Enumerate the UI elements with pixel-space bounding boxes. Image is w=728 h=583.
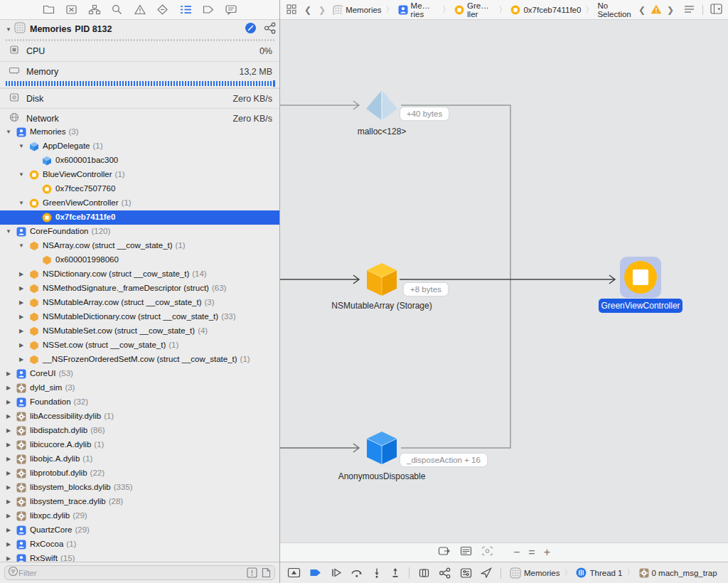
disclosure-triangle[interactable]: ▶ xyxy=(17,285,26,292)
continue-button[interactable] xyxy=(331,567,342,578)
disclosure-triangle[interactable]: ▶ xyxy=(4,413,13,419)
tree-row-greenviewcontroller[interactable]: ▼GreenViewController(1) xyxy=(0,196,279,210)
source-control-navigator-icon[interactable] xyxy=(65,4,78,16)
disclosure-triangle[interactable]: ▶ xyxy=(4,470,13,476)
tree-row-nsarray-cow-struct-cow-state-t-[interactable]: ▼NSArray.cow (struct __cow_state_t)(1) xyxy=(0,239,279,253)
jump-bar-crumb[interactable]: Memories xyxy=(333,5,381,15)
debug-navigator-icon[interactable] xyxy=(179,4,192,16)
disclosure-triangle[interactable]: ▶ xyxy=(17,356,26,363)
jump-bar-crumb[interactable]: Me…ries xyxy=(398,1,438,18)
disclosure-triangle[interactable]: ▶ xyxy=(4,513,13,519)
add-editor-icon[interactable] xyxy=(710,4,722,16)
disclosure-triangle[interactable]: ▼ xyxy=(17,200,26,206)
disclosure-triangle[interactable]: ▶ xyxy=(4,385,13,391)
tree-row-memories[interactable]: ▼Memories(3) xyxy=(0,125,279,139)
hide-debug-area-button[interactable] xyxy=(287,567,301,579)
malloc-node[interactable] xyxy=(365,90,399,121)
zoom-in-button[interactable]: + xyxy=(544,546,550,559)
adjust-editor-options-icon[interactable] xyxy=(683,4,695,16)
filter-field[interactable] xyxy=(4,565,275,580)
tree-row-dyld-sim[interactable]: ▶dyld_sim(3) xyxy=(0,381,279,395)
nsmutablearray-node[interactable] xyxy=(365,262,398,297)
anonymousdisposable-node[interactable] xyxy=(365,430,398,466)
disclosure-triangle[interactable]: ▶ xyxy=(17,271,26,277)
tree-row-nsdictionary-cow-struct-cow-state-t-[interactable]: ▶NSDictionary.cow (struct __cow_state_t)… xyxy=(0,267,279,282)
gauge-row-memory[interactable]: Memory13,2 MB xyxy=(0,61,279,81)
gauge-row-disk[interactable]: DiskZero KB/s xyxy=(0,88,279,108)
tree-row-nsmethodsignature-framedescriptor-struct-[interactable]: ▶NSMethodSignature._frameDescriptor (str… xyxy=(0,282,279,296)
next-issue-icon[interactable]: ❯ xyxy=(667,5,674,15)
related-items-icon[interactable] xyxy=(286,4,297,16)
memory-graph-button[interactable] xyxy=(439,567,451,579)
debug-crumb[interactable]: 0 mach_msg_trap xyxy=(639,568,717,578)
show-workspace-content-button[interactable] xyxy=(261,567,272,578)
disclosure-triangle[interactable]: ▶ xyxy=(4,399,13,405)
disclosure-triangle[interactable]: ▶ xyxy=(4,442,13,448)
forward-chevron-icon[interactable]: ❯ xyxy=(318,5,326,15)
disclosure-triangle[interactable]: ▼ xyxy=(4,129,13,135)
disclosure-triangle[interactable]: ▶ xyxy=(4,541,13,547)
find-navigator-icon[interactable] xyxy=(111,4,124,16)
jump-bar-crumb[interactable]: Gre…ller xyxy=(454,1,494,18)
debug-crumb[interactable]: Memories xyxy=(510,567,560,579)
tree-row-0x7fcec7507760[interactable]: 0x7fcec7507760 xyxy=(0,182,279,196)
open-in-instruments-icon[interactable] xyxy=(438,545,451,560)
gauge-row-cpu[interactable]: CPU0% xyxy=(0,41,279,61)
previous-issue-icon[interactable]: ❮ xyxy=(638,5,646,15)
breakpoint-navigator-icon[interactable] xyxy=(202,4,215,16)
step-into-button[interactable] xyxy=(372,567,382,578)
tree-row-0x600001bac300[interactable]: 0x600001bac300 xyxy=(0,154,279,168)
disclosure-triangle[interactable]: ▶ xyxy=(4,527,13,533)
environment-overrides-button[interactable] xyxy=(460,567,472,579)
tree-row-libobjc-a-dylib[interactable]: ▶libobjc.A.dylib(1) xyxy=(0,452,279,466)
focus-selection-icon[interactable] xyxy=(481,545,493,560)
step-out-button[interactable] xyxy=(390,567,400,578)
zoom-actual-button[interactable]: = xyxy=(528,546,535,559)
tree-row-libprotobuf-dylib[interactable]: ▶libprotobuf.dylib(22) xyxy=(0,466,279,481)
disclosure-triangle[interactable]: ▶ xyxy=(4,484,13,491)
tree-row-quartzcore[interactable]: ▶QuartzCore(29) xyxy=(0,523,279,537)
disclosure-triangle[interactable]: ▼ xyxy=(6,26,14,33)
profile-in-instruments-icon[interactable] xyxy=(245,22,257,37)
project-navigator-icon[interactable] xyxy=(43,4,55,16)
tree-row-rxcocoa[interactable]: ▶RxCocoa(1) xyxy=(0,537,279,552)
debug-crumb[interactable]: Thread 1 xyxy=(576,567,622,578)
tree-row-libsystem-trace-dylib[interactable]: ▶libsystem_trace.dylib(28) xyxy=(0,495,279,509)
disclosure-triangle[interactable]: ▶ xyxy=(17,299,26,306)
disclosure-triangle[interactable]: ▶ xyxy=(4,498,13,505)
report-navigator-icon[interactable] xyxy=(225,4,237,16)
jump-bar-crumb[interactable]: 0x7fceb7411fe0 xyxy=(510,5,581,15)
disclosure-triangle[interactable]: ▶ xyxy=(4,370,13,377)
tree-row-nsmutablearray-cow-struct-cow-state-t-[interactable]: ▶NSMutableArray.cow (struct __cow_state_… xyxy=(0,296,279,310)
disclosure-triangle[interactable]: ▼ xyxy=(17,242,26,249)
warning-icon[interactable] xyxy=(651,4,662,16)
issue-navigator-icon[interactable] xyxy=(134,4,146,16)
tree-row-libxpc-dylib[interactable]: ▶libxpc.dylib(29) xyxy=(0,509,279,523)
breakpoints-toggle-button[interactable] xyxy=(309,567,322,578)
disclosure-triangle[interactable]: ▼ xyxy=(17,143,26,149)
symbol-navigator-icon[interactable] xyxy=(88,4,101,16)
disclosure-triangle[interactable]: ▶ xyxy=(4,456,13,462)
tree-row-nsset-cow-struct-cow-state-t-[interactable]: ▶NSSet.cow (struct __cow_state_t)(1) xyxy=(0,338,279,353)
tree-row-libsystem-blocks-dylib[interactable]: ▶libsystem_blocks.dylib(335) xyxy=(0,481,279,495)
tree-row-blueviewcontroller[interactable]: ▼BlueViewController(1) xyxy=(0,168,279,182)
test-navigator-icon[interactable] xyxy=(156,4,169,16)
process-header[interactable]: ▼ Memories PID 8132 xyxy=(0,20,279,38)
debug-view-hierarchy-button[interactable] xyxy=(418,567,430,579)
tree-row-rxswift[interactable]: ▶RxSwift(15) xyxy=(0,552,279,562)
tree-row-foundation[interactable]: ▶Foundation(32) xyxy=(0,395,279,410)
tree-row-nsmutableset-cow-struct-cow-state-t-[interactable]: ▶NSMutableSet.cow (struct __cow_state_t)… xyxy=(0,324,279,338)
disclosure-triangle[interactable]: ▶ xyxy=(17,314,26,320)
tree-row-coreui[interactable]: ▶CoreUI(53) xyxy=(0,367,279,381)
memory-graph-canvas[interactable]: malloc<128> +40 bytes NSMutableArray (St… xyxy=(280,20,728,542)
tree-row--nsfrozenorderedsetm-cow-struct-cow-state-t-[interactable]: ▶__NSFrozenOrderedSetM.cow (struct __cow… xyxy=(0,353,279,367)
disclosure-triangle[interactable]: ▼ xyxy=(4,228,13,235)
tree-row-libaccessibility-dylib[interactable]: ▶libAccessibility.dylib(1) xyxy=(0,410,279,424)
disclosure-triangle[interactable]: ▶ xyxy=(4,427,13,434)
simulate-location-button[interactable] xyxy=(481,567,492,578)
filter-input[interactable] xyxy=(18,569,243,577)
step-over-button[interactable] xyxy=(350,567,363,578)
back-chevron-icon[interactable]: ❮ xyxy=(304,5,311,15)
disclosure-triangle[interactable]: ▼ xyxy=(17,171,26,178)
show-leaked-blocks-button[interactable] xyxy=(247,567,257,578)
